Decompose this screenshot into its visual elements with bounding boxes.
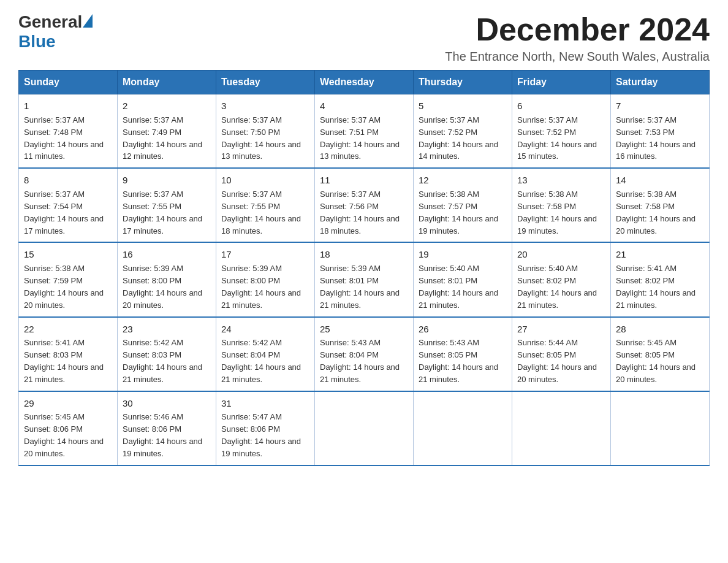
- day-number: 14: [616, 174, 704, 187]
- logo-arrow-icon: [83, 14, 93, 28]
- day-cell: 29Sunrise: 5:45 AMSunset: 8:06 PMDayligh…: [19, 391, 118, 465]
- day-number: 13: [517, 174, 605, 187]
- day-cell: 27Sunrise: 5:44 AMSunset: 8:05 PMDayligh…: [512, 317, 611, 391]
- day-cell: [315, 391, 414, 465]
- day-cell: 20Sunrise: 5:40 AMSunset: 8:02 PMDayligh…: [512, 242, 611, 316]
- day-number: 10: [221, 174, 309, 187]
- day-cell: 28Sunrise: 5:45 AMSunset: 8:05 PMDayligh…: [611, 317, 710, 391]
- day-cell: 9Sunrise: 5:37 AMSunset: 7:55 PMDaylight…: [118, 168, 216, 242]
- header-cell-friday: Friday: [512, 71, 611, 94]
- day-cell: 11Sunrise: 5:37 AMSunset: 7:56 PMDayligh…: [315, 168, 414, 242]
- day-info: Sunrise: 5:38 AMSunset: 7:58 PMDaylight:…: [517, 190, 597, 236]
- day-number: 22: [24, 323, 112, 336]
- day-info: Sunrise: 5:44 AMSunset: 8:05 PMDaylight:…: [517, 338, 597, 384]
- day-info: Sunrise: 5:43 AMSunset: 8:05 PMDaylight:…: [419, 338, 498, 384]
- day-cell: 1Sunrise: 5:37 AMSunset: 7:48 PMDaylight…: [19, 94, 118, 169]
- day-info: Sunrise: 5:41 AMSunset: 8:03 PMDaylight:…: [24, 338, 104, 384]
- day-cell: 25Sunrise: 5:43 AMSunset: 8:04 PMDayligh…: [315, 317, 414, 391]
- header-cell-sunday: Sunday: [19, 71, 118, 94]
- day-number: 17: [221, 248, 309, 261]
- day-number: 15: [24, 248, 112, 261]
- week-row-5: 29Sunrise: 5:45 AMSunset: 8:06 PMDayligh…: [19, 391, 710, 465]
- day-info: Sunrise: 5:42 AMSunset: 8:03 PMDaylight:…: [123, 338, 202, 384]
- day-cell: 8Sunrise: 5:37 AMSunset: 7:54 PMDaylight…: [19, 168, 118, 242]
- day-cell: 13Sunrise: 5:38 AMSunset: 7:58 PMDayligh…: [512, 168, 611, 242]
- day-info: Sunrise: 5:38 AMSunset: 7:57 PMDaylight:…: [419, 190, 498, 236]
- day-number: 20: [517, 248, 605, 261]
- day-cell: 17Sunrise: 5:39 AMSunset: 8:00 PMDayligh…: [216, 242, 315, 316]
- header-cell-monday: Monday: [118, 71, 216, 94]
- calendar-header: SundayMondayTuesdayWednesdayThursdayFrid…: [19, 71, 710, 94]
- page-header: General Blue December 2024 The Entrance …: [18, 12, 710, 64]
- month-title: December 2024: [445, 12, 710, 47]
- day-cell: 18Sunrise: 5:39 AMSunset: 8:01 PMDayligh…: [315, 242, 414, 316]
- day-info: Sunrise: 5:37 AMSunset: 7:50 PMDaylight:…: [221, 115, 301, 161]
- day-number: 30: [123, 397, 211, 410]
- day-number: 11: [320, 174, 408, 187]
- day-number: 6: [517, 99, 605, 113]
- day-cell: 15Sunrise: 5:38 AMSunset: 7:59 PMDayligh…: [19, 242, 118, 316]
- day-number: 26: [419, 323, 507, 336]
- header-cell-saturday: Saturday: [611, 71, 710, 94]
- day-number: 7: [616, 99, 704, 113]
- day-info: Sunrise: 5:37 AMSunset: 7:55 PMDaylight:…: [221, 190, 301, 236]
- location-title: The Entrance North, New South Wales, Aus…: [445, 50, 710, 64]
- day-cell: 24Sunrise: 5:42 AMSunset: 8:04 PMDayligh…: [216, 317, 315, 391]
- day-cell: 5Sunrise: 5:37 AMSunset: 7:52 PMDaylight…: [414, 94, 512, 169]
- logo-blue: Blue: [18, 32, 56, 52]
- day-info: Sunrise: 5:37 AMSunset: 7:51 PMDaylight:…: [320, 115, 400, 161]
- day-number: 2: [123, 99, 211, 113]
- day-number: 25: [320, 323, 408, 336]
- day-cell: 21Sunrise: 5:41 AMSunset: 8:02 PMDayligh…: [611, 242, 710, 316]
- day-number: 5: [419, 99, 507, 113]
- day-info: Sunrise: 5:37 AMSunset: 7:52 PMDaylight:…: [419, 115, 498, 161]
- header-cell-thursday: Thursday: [414, 71, 512, 94]
- day-cell: 4Sunrise: 5:37 AMSunset: 7:51 PMDaylight…: [315, 94, 414, 169]
- week-row-3: 15Sunrise: 5:38 AMSunset: 7:59 PMDayligh…: [19, 242, 710, 316]
- week-row-1: 1Sunrise: 5:37 AMSunset: 7:48 PMDaylight…: [19, 94, 710, 169]
- logo: General Blue: [18, 12, 93, 52]
- day-info: Sunrise: 5:40 AMSunset: 8:02 PMDaylight:…: [517, 264, 597, 310]
- day-number: 29: [24, 397, 112, 410]
- header-cell-tuesday: Tuesday: [216, 71, 315, 94]
- day-number: 12: [419, 174, 507, 187]
- day-info: Sunrise: 5:38 AMSunset: 7:59 PMDaylight:…: [24, 264, 104, 310]
- day-info: Sunrise: 5:45 AMSunset: 8:05 PMDaylight:…: [616, 338, 696, 384]
- day-info: Sunrise: 5:37 AMSunset: 7:55 PMDaylight:…: [123, 190, 202, 236]
- day-info: Sunrise: 5:40 AMSunset: 8:01 PMDaylight:…: [419, 264, 498, 310]
- day-info: Sunrise: 5:45 AMSunset: 8:06 PMDaylight:…: [24, 412, 104, 458]
- calendar-body: 1Sunrise: 5:37 AMSunset: 7:48 PMDaylight…: [19, 94, 710, 465]
- header-cell-wednesday: Wednesday: [315, 71, 414, 94]
- day-number: 9: [123, 174, 211, 187]
- day-info: Sunrise: 5:39 AMSunset: 8:01 PMDaylight:…: [320, 264, 400, 310]
- day-number: 21: [616, 248, 704, 261]
- day-number: 18: [320, 248, 408, 261]
- day-number: 23: [123, 323, 211, 336]
- day-number: 3: [221, 99, 309, 113]
- day-cell: 3Sunrise: 5:37 AMSunset: 7:50 PMDaylight…: [216, 94, 315, 169]
- day-info: Sunrise: 5:37 AMSunset: 7:48 PMDaylight:…: [24, 115, 104, 161]
- title-block: December 2024 The Entrance North, New So…: [445, 12, 710, 64]
- day-info: Sunrise: 5:39 AMSunset: 8:00 PMDaylight:…: [123, 264, 202, 310]
- day-number: 27: [517, 323, 605, 336]
- day-cell: 19Sunrise: 5:40 AMSunset: 8:01 PMDayligh…: [414, 242, 512, 316]
- day-cell: 14Sunrise: 5:38 AMSunset: 7:58 PMDayligh…: [611, 168, 710, 242]
- day-info: Sunrise: 5:37 AMSunset: 7:56 PMDaylight:…: [320, 190, 400, 236]
- week-row-4: 22Sunrise: 5:41 AMSunset: 8:03 PMDayligh…: [19, 317, 710, 391]
- day-cell: [414, 391, 512, 465]
- week-row-2: 8Sunrise: 5:37 AMSunset: 7:54 PMDaylight…: [19, 168, 710, 242]
- day-cell: 6Sunrise: 5:37 AMSunset: 7:52 PMDaylight…: [512, 94, 611, 169]
- day-cell: 22Sunrise: 5:41 AMSunset: 8:03 PMDayligh…: [19, 317, 118, 391]
- day-info: Sunrise: 5:41 AMSunset: 8:02 PMDaylight:…: [616, 264, 696, 310]
- logo-general: General: [18, 12, 82, 32]
- day-info: Sunrise: 5:37 AMSunset: 7:52 PMDaylight:…: [517, 115, 597, 161]
- day-info: Sunrise: 5:38 AMSunset: 7:58 PMDaylight:…: [616, 190, 696, 236]
- day-info: Sunrise: 5:42 AMSunset: 8:04 PMDaylight:…: [221, 338, 301, 384]
- calendar-table: SundayMondayTuesdayWednesdayThursdayFrid…: [18, 70, 710, 466]
- day-cell: 23Sunrise: 5:42 AMSunset: 8:03 PMDayligh…: [118, 317, 216, 391]
- day-number: 28: [616, 323, 704, 336]
- day-number: 1: [24, 99, 112, 113]
- day-info: Sunrise: 5:46 AMSunset: 8:06 PMDaylight:…: [123, 412, 202, 458]
- day-cell: [512, 391, 611, 465]
- day-info: Sunrise: 5:37 AMSunset: 7:54 PMDaylight:…: [24, 190, 104, 236]
